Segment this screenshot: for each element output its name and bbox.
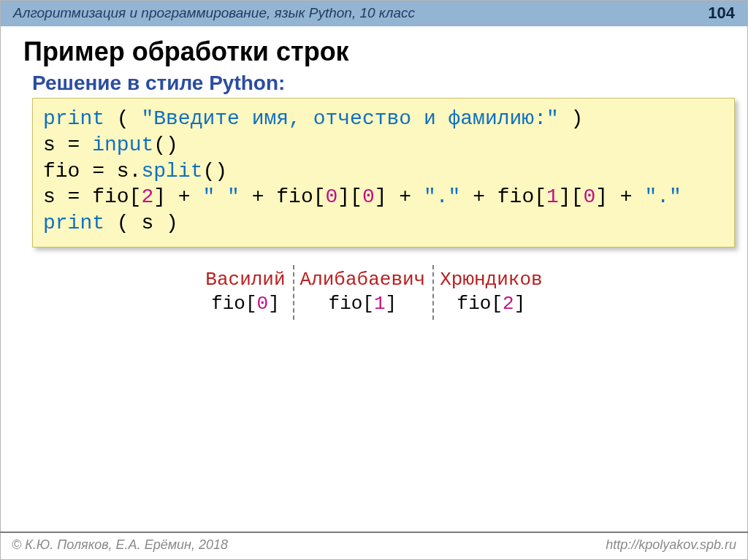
code-line: s = input() [43, 132, 724, 158]
slide-title: Пример обработки строк [0, 26, 748, 72]
code-line: print ( s ) [43, 210, 724, 237]
slide-subtitle: Решение в стиле Python: [0, 72, 748, 98]
slide-header: Алгоритмизация и программирование, язык … [0, 0, 748, 26]
fio-diagram: Василий fio[0] Алибабаевич fio[1] Хрюнди… [0, 268, 748, 315]
fio-name: Василий [205, 268, 285, 292]
fio-var: fio[2] [440, 292, 542, 316]
code-block: print ( "Введите имя, отчество и фамилию… [32, 98, 735, 248]
fio-var: fio[0] [205, 292, 285, 316]
fio-column: Хрюндиков fio[2] [432, 268, 549, 315]
fio-var: fio[1] [300, 292, 426, 316]
code-line: s = fio[2] + " " + fio[0][0] + "." + fio… [43, 184, 724, 210]
course-label: Алгоритмизация и программирование, язык … [13, 5, 415, 21]
slide-footer: © К.Ю. Поляков, Е.А. Ерёмин, 2018 http:/… [0, 532, 748, 560]
fio-column: Василий fio[0] [198, 268, 292, 315]
copyright: © К.Ю. Поляков, Е.А. Ерёмин, 2018 [12, 537, 228, 553]
code-line: fio = s.split() [43, 158, 724, 185]
fio-name: Алибабаевич [300, 268, 426, 292]
url-label: http://kpolyakov.spb.ru [606, 537, 736, 553]
code-line: print ( "Введите имя, отчество и фамилию… [43, 106, 724, 132]
slide-number: 104 [708, 4, 735, 23]
fio-name: Хрюндиков [440, 268, 542, 292]
fio-column: Алибабаевич fio[1] [293, 268, 433, 315]
